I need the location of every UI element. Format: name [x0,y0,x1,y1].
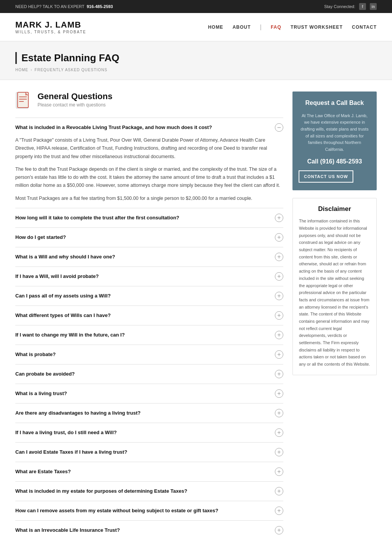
faq-toggle-button[interactable]: + [275,331,283,339]
faq-question-row[interactable]: If I want to change my Will in the futur… [15,331,283,339]
faq-item: Are there any disadvantages to having a … [15,403,283,423]
faq-question-row[interactable]: What different types of Wills can I have… [15,311,283,320]
faq-item: If I have a Will, will I avoid probate?+ [15,266,283,286]
faq-question-row[interactable]: If I have a Will, will I avoid probate?+ [15,272,283,281]
faq-toggle-button[interactable]: + [275,467,283,476]
faq-question-row[interactable]: What is a living trust?+ [15,389,283,398]
faq-toggle-button[interactable]: + [275,272,283,281]
faq-question-row[interactable]: Can I pass all of my assets using a Will… [15,292,283,300]
faq-item: What is probate?+ [15,345,283,364]
faq-question-row[interactable]: How do I get started?+ [15,233,283,242]
faq-answer-paragraph: Most Trust Packages are a flat fee start… [15,194,283,203]
faq-item: What different types of Wills can I have… [15,306,283,325]
faq-item: What is included in a Revocable Living T… [15,118,283,208]
faq-question-text: How can I remove assets from my estate w… [15,507,275,514]
page-title: Estate Planning FAQ [15,52,377,64]
faq-question-text: Can I pass all of my assets using a Will… [15,293,275,299]
faq-question-text: What is a Will and why should I have one… [15,253,275,260]
linkedin-icon[interactable]: in [370,3,377,10]
faq-question-text: What different types of Wills can I have… [15,312,275,319]
faq-toggle-button[interactable]: + [275,214,283,222]
faq-item: Can probate be avoided?+ [15,364,283,384]
nav-trust-worksheet[interactable]: TRUST WORKSHEET [291,25,343,30]
sidebar: Request a Call Back At The Law Office of… [292,92,377,375]
breadcrumb-current: FREQUENTLY ASKED QUESTIONS [34,68,107,72]
nav-faq[interactable]: FAQ [271,25,281,30]
section-subtitle: Please contact me with questions [38,102,113,108]
faq-toggle-button[interactable]: + [275,448,283,456]
faq-question-text: How do I get started? [15,234,275,241]
social-links: Stay Connected: f in [324,3,377,10]
faq-question-row[interactable]: What is included in my estate for purpos… [15,487,283,495]
faq-question-text: What is a living trust? [15,390,275,397]
faq-question-row[interactable]: If I have a living trust, do I still nee… [15,428,283,437]
breadcrumb-home[interactable]: HOME [15,68,28,72]
header: MARK J. LAMB WILLS, TRUSTS, & PROBATE HO… [0,13,392,41]
callback-description: At The Law Office of Mark J. Lamb, we ha… [299,113,371,153]
faq-toggle-button[interactable]: + [275,253,283,261]
faq-question-text: If I have a Will, will I avoid probate? [15,273,275,280]
faq-item: What is a Will and why should I have one… [15,247,283,266]
faq-question-row[interactable]: How can I remove assets from my estate w… [15,507,283,515]
logo-sub: WILLS, TRUSTS, & PROBATE [15,30,86,34]
faq-toggle-button[interactable]: − [275,123,283,132]
disclaimer-box: Disclaimer The information contained in … [292,198,377,375]
section-header: General Questions Please contact me with… [15,92,283,111]
faq-question-row[interactable]: What is an Irrevocable Life Insurance Tr… [15,526,283,534]
faq-toggle-button[interactable]: + [275,409,283,417]
faq-question-row[interactable]: How long will it take to complete the tr… [15,214,283,222]
facebook-icon[interactable]: f [359,3,366,10]
nav-contact[interactable]: CONTACT [352,25,377,30]
faq-item: Can I avoid Estate Taxes if I have a liv… [15,442,283,462]
faq-item: How do I get started?+ [15,227,283,247]
faq-toggle-button[interactable]: + [275,350,283,359]
help-text: NEED HELP? TALK TO AN EXPERT 916-485-259… [15,4,113,9]
faq-toggle-button[interactable]: + [275,311,283,320]
top-bar: NEED HELP? TALK TO AN EXPERT 916-485-259… [0,0,392,13]
faq-question-row[interactable]: Can I avoid Estate Taxes if I have a liv… [15,448,283,456]
faq-toggle-button[interactable]: + [275,370,283,378]
faq-item: If I have a living trust, do I still nee… [15,423,283,442]
faq-answer-paragraph: A "Trust Package" consists of a Living T… [15,136,283,161]
faq-question-row[interactable]: What are Estate Taxes?+ [15,467,283,476]
nav-about[interactable]: ABOUT [232,25,251,30]
faq-toggle-button[interactable]: + [275,233,283,242]
faq-question-row[interactable]: Can probate be avoided?+ [15,370,283,378]
faq-question-text: What are Estate Taxes? [15,468,275,475]
topbar-phone[interactable]: 916-485-2593 [87,4,113,9]
faq-question-text: How long will it take to complete the tr… [15,214,275,221]
faq-question-row[interactable]: Are there any disadvantages to having a … [15,409,283,417]
faq-item: How long will it take to complete the tr… [15,208,283,227]
faq-item: What are Estate Taxes?+ [15,462,283,481]
breadcrumb: HOME › FREQUENTLY ASKED QUESTIONS [15,68,377,72]
document-icon [15,92,32,111]
contact-us-now-button[interactable]: CONTACT US NOW [299,170,353,183]
faq-toggle-button[interactable]: + [275,526,283,534]
logo: MARK J. LAMB WILLS, TRUSTS, & PROBATE [15,20,86,34]
faq-toggle-button[interactable]: + [275,292,283,300]
faq-question-row[interactable]: What is a Will and why should I have one… [15,253,283,261]
faq-toggle-button[interactable]: + [275,389,283,398]
faq-question-text: What is probate? [15,351,275,358]
faq-question-text: If I want to change my Will in the futur… [15,332,275,338]
faq-item: If I want to change my Will in the futur… [15,325,283,345]
faq-question-row[interactable]: What is probate?+ [15,350,283,359]
faq-answer-paragraph: The fee to draft the Trust Package depen… [15,165,283,190]
section-title-block: General Questions Please contact me with… [38,92,113,108]
faq-section: General Questions Please contact me with… [15,92,283,536]
callback-phone[interactable]: Call (916) 485-2593 [299,158,371,165]
callbackbox: Request a Call Back At The Law Office of… [292,92,377,190]
faq-toggle-button[interactable]: + [275,507,283,515]
faq-question-text: Are there any disadvantages to having a … [15,410,275,417]
faq-question-text: Can probate be avoided? [15,371,275,377]
breadcrumb-sep: › [31,68,32,72]
nav-home[interactable]: HOME [208,25,223,30]
faq-list: What is included in a Revocable Living T… [15,118,283,536]
faq-answer: A "Trust Package" consists of a Living T… [15,136,283,203]
faq-toggle-button[interactable]: + [275,428,283,437]
faq-question-row[interactable]: What is included in a Revocable Living T… [15,123,283,132]
faq-question-text: Can I avoid Estate Taxes if I have a liv… [15,449,275,456]
page-title-bar: Estate Planning FAQ HOME › FREQUENTLY AS… [0,41,392,80]
faq-toggle-button[interactable]: + [275,487,283,495]
faq-item: How can I remove assets from my estate w… [15,501,283,520]
